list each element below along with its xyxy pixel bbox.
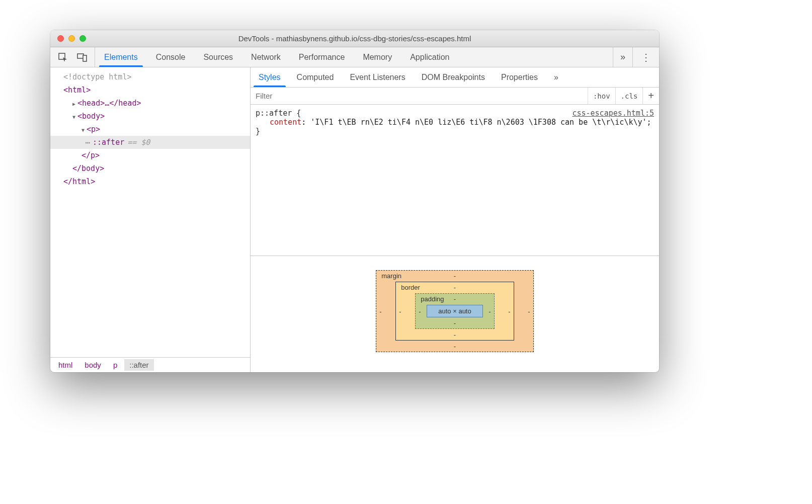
- tab-application[interactable]: Application: [401, 47, 458, 67]
- device-toolbar-icon[interactable]: [76, 52, 88, 63]
- tab-elements[interactable]: Elements: [95, 47, 147, 67]
- dom-doctype[interactable]: <!doctype html>: [50, 70, 250, 83]
- toolbar-icons: [50, 47, 95, 67]
- main-tabs: Elements Console Sources Network Perform…: [95, 47, 613, 67]
- tab-performance[interactable]: Performance: [290, 47, 354, 67]
- close-window-icon[interactable]: [57, 35, 64, 42]
- subtab-computed[interactable]: Computed: [289, 67, 342, 87]
- hov-toggle[interactable]: :hov: [588, 88, 615, 104]
- panels-body: <!doctype html> <html> <head>…</head> <b…: [50, 67, 659, 372]
- new-style-rule-button[interactable]: +: [642, 88, 659, 104]
- dom-body-open[interactable]: <body>: [50, 110, 250, 123]
- subtab-properties[interactable]: Properties: [493, 67, 546, 87]
- subtab-styles[interactable]: Styles: [251, 67, 289, 87]
- traffic-lights: [50, 35, 86, 42]
- dom-p-open[interactable]: <p>: [50, 123, 250, 136]
- elements-panel: <!doctype html> <html> <head>…</head> <b…: [50, 67, 251, 372]
- dom-body-close[interactable]: </body>: [50, 162, 250, 175]
- subtab-overflow-icon[interactable]: »: [546, 67, 566, 87]
- dom-after-pseudo[interactable]: ⋯::after== $0: [50, 136, 250, 149]
- dom-head[interactable]: <head>…</head>: [50, 97, 250, 110]
- crumb-body[interactable]: body: [79, 359, 106, 371]
- rule-close-brace: }: [256, 127, 654, 136]
- zoom-window-icon[interactable]: [79, 35, 86, 42]
- rule-property[interactable]: content: 'I\F1 t\EB rn\E2 ti\F4 n\E0 liz…: [256, 118, 654, 127]
- styles-filter-input[interactable]: [251, 88, 588, 104]
- subtab-event-listeners[interactable]: Event Listeners: [342, 67, 413, 87]
- rule-selector[interactable]: p::after {: [256, 109, 301, 118]
- svg-rect-2: [83, 55, 87, 61]
- box-model[interactable]: margin - - - - border - - - - padding -: [251, 256, 659, 372]
- styles-filter-bar: :hov .cls +: [251, 88, 659, 105]
- box-model-content[interactable]: auto × auto: [427, 305, 482, 317]
- main-toolbar: Elements Console Sources Network Perform…: [50, 47, 659, 67]
- subtab-dom-breakpoints[interactable]: DOM Breakpoints: [414, 67, 493, 87]
- dom-html-close[interactable]: </html>: [50, 175, 250, 188]
- crumb-html[interactable]: html: [53, 359, 77, 371]
- box-model-margin[interactable]: margin - - - - border - - - - padding -: [376, 270, 533, 352]
- styles-panel: Styles Computed Event Listeners DOM Brea…: [251, 67, 659, 372]
- breadcrumb: html body p ::after: [50, 357, 250, 372]
- window-title: DevTools - mathiasbynens.github.io/css-d…: [50, 34, 659, 43]
- dom-tree[interactable]: <!doctype html> <html> <head>…</head> <b…: [50, 67, 250, 357]
- devtools-window: DevTools - mathiasbynens.github.io/css-d…: [50, 30, 659, 372]
- rule-source-link[interactable]: css-escapes.html:5: [572, 109, 654, 118]
- crumb-after[interactable]: ::after: [124, 359, 153, 371]
- dom-p-close[interactable]: </p>: [50, 149, 250, 162]
- main-tabs-overflow-icon[interactable]: »: [613, 47, 632, 67]
- styles-rules[interactable]: p::after { css-escapes.html:5 content: '…: [251, 105, 659, 256]
- dom-html-open[interactable]: <html>: [50, 83, 250, 97]
- cls-toggle[interactable]: .cls: [615, 88, 643, 104]
- tab-sources[interactable]: Sources: [194, 47, 242, 67]
- tab-console[interactable]: Console: [147, 47, 195, 67]
- tab-memory[interactable]: Memory: [354, 47, 401, 67]
- minimize-window-icon[interactable]: [68, 35, 75, 42]
- crumb-p[interactable]: p: [108, 359, 122, 371]
- settings-kebab-icon[interactable]: ⋮: [632, 47, 659, 67]
- titlebar: DevTools - mathiasbynens.github.io/css-d…: [50, 30, 659, 47]
- inspect-element-icon[interactable]: [57, 52, 68, 63]
- box-model-border[interactable]: border - - - - padding - - - - auto × au…: [395, 282, 514, 341]
- box-model-padding[interactable]: padding - - - - auto × auto: [415, 293, 494, 329]
- styles-sub-tabs: Styles Computed Event Listeners DOM Brea…: [251, 67, 659, 88]
- tab-network[interactable]: Network: [242, 47, 290, 67]
- svg-rect-1: [77, 54, 84, 58]
